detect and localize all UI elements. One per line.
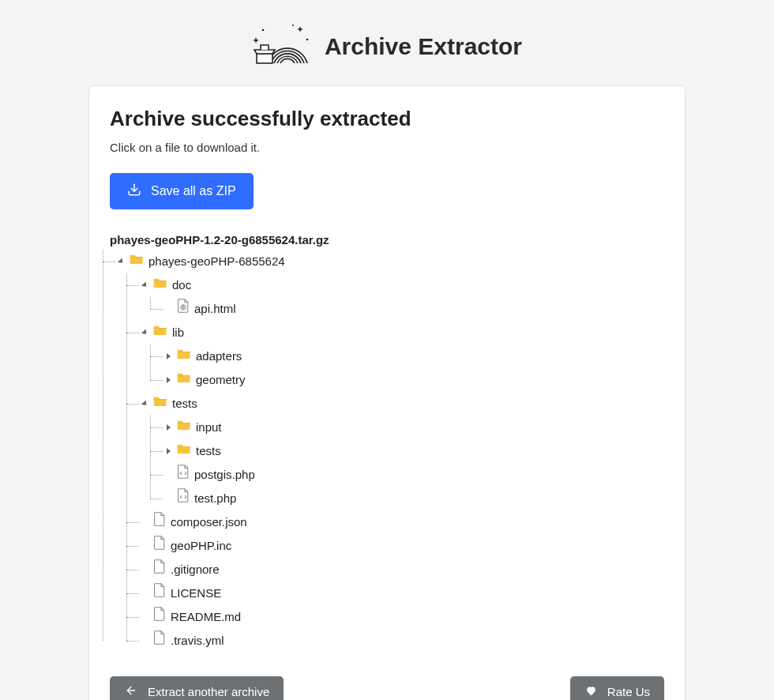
save-all-label: Save all as ZIP <box>151 184 236 198</box>
tree-folder[interactable]: phayes-geoPHP-6855624 <box>119 250 664 273</box>
result-card: Archive successfully extracted Click on … <box>88 85 686 700</box>
tree-folder[interactable]: lib <box>143 321 664 344</box>
svg-point-2 <box>306 39 309 41</box>
archive-filename: phayes-geoPHP-1.2-20-g6855624.tar.gz <box>110 233 664 247</box>
tree-file[interactable]: README.md <box>143 605 664 629</box>
folder-icon <box>130 250 144 273</box>
tree-folder[interactable]: tests <box>167 439 664 463</box>
tree-node-label[interactable]: geoPHP.inc <box>171 534 231 558</box>
extract-another-button[interactable]: Extract another archive <box>110 676 284 700</box>
tree-file[interactable]: postgis.php <box>167 463 664 487</box>
rate-us-label: Rate Us <box>607 685 650 698</box>
download-icon <box>127 183 141 200</box>
tree-node-label[interactable]: adapters <box>196 344 242 368</box>
folder-icon <box>177 344 191 368</box>
app-header: Archive Extractor <box>0 0 774 85</box>
expand-toggle-icon[interactable] <box>167 353 171 359</box>
card-subtitle: Click on a file to download it. <box>110 141 664 154</box>
rate-us-button[interactable]: Rate Us <box>570 676 664 700</box>
extract-another-label: Extract another archive <box>148 685 269 698</box>
svg-point-3 <box>292 24 294 26</box>
tree-file[interactable]: composer.json <box>143 510 664 534</box>
expand-toggle-icon[interactable] <box>167 377 171 383</box>
collapse-toggle-icon[interactable] <box>141 400 148 407</box>
card-footer: Extract another archive Rate Us <box>110 676 664 700</box>
file-tree: phayes-geoPHP-6855624docapi.htmllibadapt… <box>110 250 664 653</box>
heart-icon <box>584 684 598 699</box>
file-icon <box>153 510 166 534</box>
expand-toggle-icon[interactable] <box>167 424 171 431</box>
tree-file[interactable]: .travis.yml <box>143 629 664 653</box>
file-icon <box>153 629 166 653</box>
tree-node-label[interactable]: input <box>196 416 222 439</box>
tree-node-label[interactable]: tests <box>172 392 197 416</box>
collapse-toggle-icon[interactable] <box>118 258 125 265</box>
tree-folder[interactable]: adapters <box>167 344 664 368</box>
file-html-icon <box>177 297 190 321</box>
folder-icon <box>177 439 191 463</box>
tree-node-label[interactable]: doc <box>172 273 191 297</box>
card-title: Archive successfully extracted <box>110 107 664 131</box>
arrow-left-icon <box>124 684 138 699</box>
file-code-icon <box>177 463 190 487</box>
tree-node-label[interactable]: lib <box>172 321 184 344</box>
folder-icon <box>177 416 191 439</box>
folder-icon <box>177 368 191 392</box>
tree-node-label[interactable]: api.html <box>194 297 236 321</box>
tree-node-label[interactable]: phayes-geoPHP-6855624 <box>148 250 285 273</box>
tree-node-label[interactable]: README.md <box>171 605 241 629</box>
save-all-button[interactable]: Save all as ZIP <box>110 173 254 209</box>
file-icon <box>153 534 166 558</box>
tree-file[interactable]: api.html <box>167 297 664 321</box>
svg-point-1 <box>262 29 265 32</box>
expand-toggle-icon[interactable] <box>167 448 171 454</box>
app-title: Archive Extractor <box>325 33 522 60</box>
tree-node-label[interactable]: composer.json <box>171 510 247 534</box>
tree-node-label[interactable]: LICENSE <box>171 581 221 605</box>
tree-folder[interactable]: geometry <box>167 368 664 392</box>
tree-node-label[interactable]: test.php <box>194 487 236 510</box>
folder-icon <box>153 392 167 416</box>
tree-node-label[interactable]: .travis.yml <box>171 629 224 653</box>
tree-node-label[interactable]: .gitignore <box>171 558 220 581</box>
tree-folder[interactable]: input <box>167 416 664 439</box>
tree-node-label[interactable]: postgis.php <box>194 463 255 487</box>
folder-icon <box>153 273 167 297</box>
tree-node-label[interactable]: geometry <box>196 368 246 392</box>
collapse-toggle-icon[interactable] <box>141 329 148 336</box>
file-code-icon <box>177 487 190 510</box>
tree-file[interactable]: .gitignore <box>143 558 664 581</box>
tree-file[interactable]: geoPHP.inc <box>143 534 664 558</box>
tree-file[interactable]: LICENSE <box>143 581 664 605</box>
file-icon <box>153 605 166 629</box>
folder-icon <box>153 321 167 344</box>
tree-folder[interactable]: tests <box>143 392 664 416</box>
collapse-toggle-icon[interactable] <box>141 281 148 288</box>
tree-file[interactable]: test.php <box>167 487 664 510</box>
app-logo-icon <box>252 24 314 70</box>
file-icon <box>153 558 166 581</box>
svg-rect-0 <box>257 54 272 63</box>
tree-folder[interactable]: doc <box>143 273 664 297</box>
file-icon <box>153 581 166 605</box>
tree-node-label[interactable]: tests <box>196 439 221 463</box>
